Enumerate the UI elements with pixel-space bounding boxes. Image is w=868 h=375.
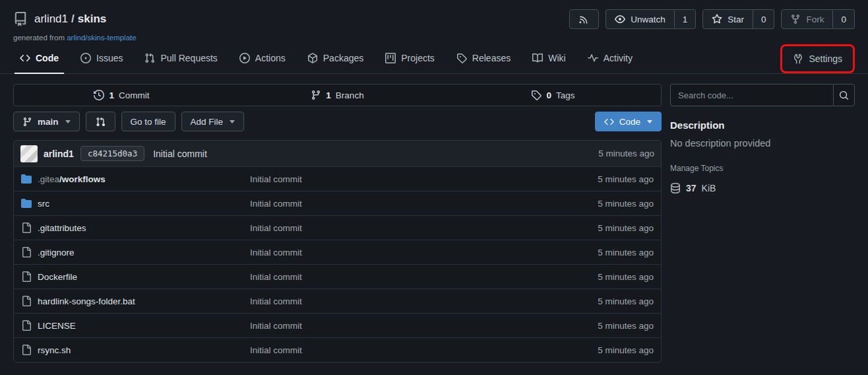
tag-count: 0	[546, 90, 551, 100]
tab-actions[interactable]: Actions	[233, 43, 292, 73]
branches-stat[interactable]: 1 Branch	[230, 85, 445, 106]
tab-releases[interactable]: Releases	[450, 43, 517, 73]
page-title: arlind1/skins	[34, 13, 106, 26]
commit-hash-badge[interactable]: c84215d0a3	[80, 146, 144, 161]
repo-owner-link[interactable]: arlind1	[34, 13, 68, 25]
commit-message[interactable]: Initial commit	[250, 345, 536, 355]
tab-issues[interactable]: Issues	[74, 43, 129, 73]
file-table: arlind1 c84215d0a3 Initial commit 5 minu…	[13, 140, 662, 362]
tab-wiki[interactable]: Wiki	[526, 43, 572, 73]
tab-issues-label: Issues	[96, 53, 123, 63]
commit-message-link[interactable]: Initial commit	[153, 149, 207, 159]
template-repo-link[interactable]: arlind/skins-template	[67, 34, 136, 42]
fork-button[interactable]: Fork	[781, 9, 833, 29]
current-branch-label: main	[38, 117, 59, 127]
file-icon	[21, 222, 32, 233]
file-name[interactable]: .gitattributes	[38, 223, 86, 233]
star-group: Star 0	[702, 9, 774, 29]
tab-settings[interactable]: Settings	[786, 46, 849, 71]
table-row[interactable]: .gitea/workflows Initial commit 5 minute…	[14, 166, 661, 191]
file-name[interactable]: .gitignore	[38, 248, 75, 257]
description-text: No description provided	[670, 138, 855, 149]
latest-commit-row: arlind1 c84215d0a3 Initial commit 5 minu…	[14, 141, 661, 166]
table-row[interactable]: .gitattributes Initial commit 5 minutes …	[14, 215, 661, 240]
commit-message[interactable]: Initial commit	[250, 321, 536, 331]
file-name[interactable]: hardlink-songs-folder.bat	[38, 296, 135, 306]
rss-button[interactable]	[569, 9, 599, 29]
unwatch-label: Unwatch	[631, 15, 666, 24]
repo-content: 1 Commit 1 Branch 0 Tags main	[13, 84, 662, 362]
generated-from-label: generated from	[13, 34, 65, 42]
commit-message[interactable]: Initial commit	[250, 223, 536, 233]
tab-activity-label: Activity	[604, 53, 633, 63]
code-search	[670, 84, 855, 106]
fork-label: Fork	[806, 15, 824, 24]
fork-group: Fork 0	[781, 9, 855, 29]
compare-button[interactable]	[86, 112, 115, 131]
tab-projects[interactable]: Projects	[379, 43, 441, 73]
repo-size-unit: KiB	[702, 183, 716, 193]
commit-time: 5 minutes ago	[536, 296, 661, 306]
repo-actions: Unwatch 1 Star 0 Fork 0	[569, 9, 855, 29]
table-row[interactable]: hardlink-songs-folder.bat Initial commit…	[14, 289, 661, 313]
code-download-button[interactable]: Code	[595, 112, 662, 131]
project-board-icon	[385, 53, 396, 63]
tab-code[interactable]: Code	[13, 43, 65, 73]
add-file-button[interactable]: Add File	[181, 112, 245, 131]
star-button[interactable]: Star	[702, 9, 753, 29]
chevron-down-icon	[65, 120, 71, 123]
commit-message[interactable]: Initial commit	[250, 296, 536, 306]
table-row[interactable]: Dockerfile Initial commit 5 minutes ago	[14, 264, 661, 289]
watchers-count[interactable]: 1	[675, 9, 697, 29]
file-name[interactable]: LICENSE	[38, 321, 76, 331]
search-input[interactable]	[670, 84, 833, 106]
tab-activity[interactable]: Activity	[581, 43, 639, 73]
commits-stat[interactable]: 1 Commit	[14, 85, 230, 106]
branch-count-label: Branch	[336, 90, 364, 100]
tools-icon	[793, 53, 803, 64]
table-row[interactable]: .gitignore Initial commit 5 minutes ago	[14, 240, 661, 264]
forks-count[interactable]: 0	[833, 9, 855, 29]
commit-time: 5 minutes ago	[536, 345, 661, 355]
go-to-file-button[interactable]: Go to file	[121, 112, 175, 131]
file-name[interactable]: rsync.sh	[38, 345, 71, 355]
avatar[interactable]	[20, 145, 38, 162]
repo-name-link[interactable]: skins	[78, 13, 106, 25]
file-icon	[21, 320, 32, 331]
commit-message[interactable]: Initial commit	[250, 248, 536, 257]
search-button[interactable]	[833, 84, 855, 106]
stars-count[interactable]: 0	[753, 9, 775, 29]
git-compare-icon	[96, 117, 106, 127]
tags-stat[interactable]: 0 Tags	[445, 85, 661, 106]
fork-icon	[790, 14, 801, 24]
commit-message[interactable]: Initial commit	[250, 174, 536, 184]
tab-pull-requests[interactable]: Pull Requests	[138, 43, 224, 73]
file-icon	[21, 247, 32, 257]
file-path-prefix: .gitea	[38, 174, 59, 184]
tab-actions-label: Actions	[255, 53, 286, 63]
file-name[interactable]: src	[38, 199, 49, 209]
branch-icon	[22, 117, 32, 127]
branch-count: 1	[326, 90, 331, 100]
tab-packages-label: Packages	[323, 53, 363, 63]
commit-time: 5 minutes ago	[536, 321, 661, 331]
commit-author-link[interactable]: arlind1	[44, 149, 74, 159]
commit-message[interactable]: Initial commit	[250, 272, 536, 282]
table-row[interactable]: LICENSE Initial commit 5 minutes ago	[14, 313, 661, 337]
folder-icon	[21, 198, 32, 209]
repo-tab-bar: Code Issues Pull Requests Actions Packag…	[0, 43, 868, 74]
commit-message[interactable]: Initial commit	[250, 199, 536, 209]
branch-selector[interactable]: main	[13, 112, 80, 131]
file-name[interactable]: /workflows	[59, 174, 106, 184]
file-name[interactable]: Dockerfile	[38, 272, 77, 282]
branch-icon	[311, 90, 321, 100]
manage-topics-link[interactable]: Manage Topics	[670, 164, 724, 173]
tag-icon	[456, 53, 467, 63]
unwatch-button[interactable]: Unwatch	[605, 9, 675, 29]
tab-packages[interactable]: Packages	[301, 43, 370, 73]
commit-time: 5 minutes ago	[536, 199, 661, 209]
tab-code-label: Code	[36, 53, 59, 63]
watch-group: Unwatch 1	[605, 9, 696, 29]
table-row[interactable]: rsync.sh Initial commit 5 minutes ago	[14, 337, 661, 362]
table-row[interactable]: src Initial commit 5 minutes ago	[14, 191, 661, 215]
